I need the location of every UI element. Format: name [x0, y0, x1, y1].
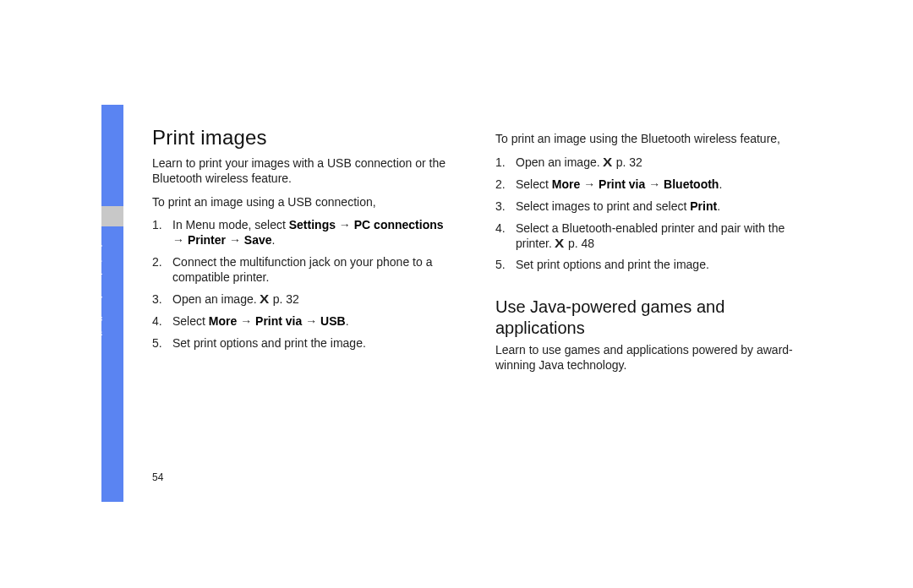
bold: Print via [255, 314, 302, 328]
bold: More [209, 314, 237, 328]
arrow-icon: → [302, 314, 320, 328]
arrow-icon: → [580, 177, 599, 191]
bold: Settings [289, 218, 336, 231]
page-ref: p. 48 [565, 237, 594, 250]
right-column: To print an image using the Bluetooth wi… [495, 125, 800, 382]
sub-heading-bluetooth: To print an image using the Bluetooth wi… [495, 132, 800, 147]
step-2: Connect the multifunction jack on your p… [152, 255, 456, 286]
step-text: Select [516, 177, 552, 191]
arrow-icon: → [336, 218, 354, 231]
bold: Print [690, 199, 717, 213]
usb-steps: In Menu mode, select Settings → PC conne… [152, 218, 456, 351]
intro-java: Learn to use games and applications powe… [495, 343, 800, 373]
side-tab [101, 105, 123, 502]
step-4: Select a Bluetooth-enabled printer and p… [495, 221, 800, 252]
step-text: Open an image. [172, 292, 260, 306]
step-text: Select images to print and select [516, 199, 690, 213]
intro-text: Learn to print your images with a USB co… [152, 156, 456, 187]
bold: Print via [599, 177, 645, 191]
page-ref: p. 32 [613, 155, 642, 169]
arrow-icon: → [645, 177, 664, 191]
step-text: Connect the multifunction jack on your p… [172, 255, 432, 284]
step-text: . [346, 314, 349, 328]
step-5: Set print options and print the image. [152, 336, 456, 351]
bold: Bluetooth [664, 177, 719, 191]
sub-heading-usb: To print an image using a USB connection… [152, 195, 456, 210]
heading-java-games: Use Java-powered games and applications [495, 297, 800, 338]
step-5: Set print options and print the image. [495, 258, 800, 273]
bold: Save [244, 233, 272, 247]
step-1: Open an image. X p. 32 [495, 155, 800, 171]
page-ref: p. 32 [270, 292, 299, 306]
bold: Printer [188, 233, 226, 247]
step-text: . [719, 177, 722, 191]
step-3: Open an image. X p. 32 [152, 292, 456, 308]
bt-steps: Open an image. X p. 32 Select More → Pri… [495, 155, 800, 273]
arrow-icon: → [172, 233, 188, 247]
step-4: Select More → Print via → USB. [152, 314, 456, 329]
step-text: Open an image. [516, 155, 604, 169]
page-number: 54 [152, 471, 163, 483]
step-3: Select images to print and select Print. [495, 199, 800, 215]
step-text: Set print options and print the image. [172, 336, 366, 350]
step-1: In Menu mode, select Settings → PC conne… [152, 218, 456, 248]
side-tab-label: using tools and applications [94, 235, 104, 351]
content-area: Print images Learn to print your images … [152, 125, 812, 382]
cross-ref-icon: X [260, 292, 269, 308]
bold: PC connections [354, 218, 444, 231]
arrow-icon: → [226, 233, 244, 247]
step-text: Select [172, 314, 209, 328]
step-text: . [272, 233, 276, 247]
cross-ref-icon: X [603, 155, 612, 171]
step-text: In Menu mode, select [172, 218, 289, 231]
bold: USB [320, 314, 346, 328]
step-2: Select More → Print via → Bluetooth. [495, 177, 800, 193]
heading-print-images: Print images [152, 125, 456, 151]
cross-ref-icon: X [555, 237, 564, 252]
step-text: Set print options and print the image. [516, 258, 709, 271]
manual-page: using tools and applications Print image… [101, 105, 812, 502]
side-tab-accent [101, 206, 123, 226]
arrow-icon: → [237, 314, 255, 328]
bold: More [552, 177, 580, 191]
left-column: Print images Learn to print your images … [152, 125, 456, 382]
step-text: . [717, 199, 720, 213]
